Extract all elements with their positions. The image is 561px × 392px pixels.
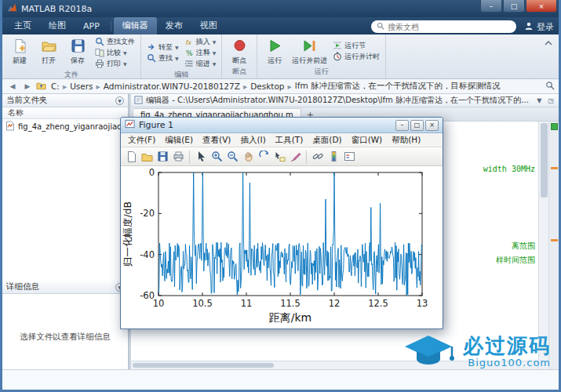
no-errors-indicator[interactable]: [551, 123, 558, 130]
save-button[interactable]: 保存: [64, 37, 91, 69]
figure-close-button[interactable]: ×: [425, 120, 439, 131]
svg-text:12: 12: [329, 298, 341, 309]
mfile-icon: [5, 121, 15, 132]
save-label: 保存: [71, 56, 85, 66]
forward-button[interactable]: ▶: [21, 81, 34, 93]
fig-menu-desktop[interactable]: 桌面(D): [308, 135, 346, 146]
print-icon[interactable]: [171, 150, 185, 164]
breadcrumb-item[interactable]: Users: [70, 82, 104, 91]
doc-search-input[interactable]: [388, 23, 511, 31]
matlab-window: MATLAB R2018a – □ × 主页 绘图 APP 编辑器 发布 视图 …: [0, 0, 561, 392]
brush-icon[interactable]: [288, 150, 302, 164]
ribbon-group-run: 运行 运行并前进 运行节 运行并计时 运行: [257, 34, 386, 78]
maximize-button[interactable]: □: [503, 0, 525, 13]
legend-icon[interactable]: [342, 150, 356, 164]
code-comment: width 30MHz: [483, 165, 535, 173]
fig-menu-view[interactable]: 查看(V): [198, 135, 235, 146]
run-icon: [268, 38, 282, 55]
svg-text:归一化幅度/dB: 归一化幅度/dB: [122, 201, 133, 267]
file-item[interactable]: fig_4a_zheng_yiganraojiao...: [2, 119, 128, 134]
fig-menu-tools[interactable]: 工具(T): [271, 135, 308, 146]
window-titlebar[interactable]: MATLAB R2018a – □ ×: [2, 0, 559, 17]
breadcrumb-item[interactable]: C:: [51, 82, 70, 91]
collapse-ribbon-button[interactable]: [538, 34, 559, 78]
print-button[interactable]: 打印 ▼: [93, 59, 137, 69]
datatip-icon[interactable]: [272, 150, 286, 164]
find-button[interactable]: 查找 ▼: [145, 53, 180, 64]
new-script-button[interactable]: 新建: [6, 37, 33, 69]
tab-apps[interactable]: APP: [75, 19, 108, 34]
zoom-out-icon[interactable]: [225, 150, 239, 164]
scrollbar-thumb[interactable]: [133, 363, 274, 368]
code-comment: 离范围: [512, 241, 535, 252]
close-button[interactable]: ×: [526, 0, 557, 13]
open-button[interactable]: 打开: [35, 37, 62, 69]
figure-minimize-button[interactable]: –: [395, 120, 409, 131]
fig-menu-help[interactable]: 帮助(H): [387, 135, 425, 146]
watermark-site: Biguo100.com: [463, 357, 551, 368]
tab-view[interactable]: 视图: [191, 17, 226, 34]
find-files-button[interactable]: 查找文件: [93, 37, 137, 47]
login-button[interactable]: 登录: [524, 21, 554, 33]
run-advance-icon: [302, 38, 317, 55]
new-script-label: 新建: [13, 56, 27, 66]
panel-menu-button[interactable]: ▼: [115, 96, 124, 105]
undock-icon[interactable]: ◳: [546, 97, 556, 104]
name-column-header[interactable]: 名称: [2, 107, 128, 119]
breadcrumb-item[interactable]: Administrator.WIN7U-20180127Z: [104, 82, 250, 91]
ribbon-group-edit: 转至 ▼ 查找 ▼ fx 插入 ▼ %: [141, 34, 222, 78]
tab-home[interactable]: 主页: [5, 17, 40, 34]
minimize-button[interactable]: –: [480, 0, 502, 13]
details-title: 详细信息: [6, 281, 39, 292]
new-figure-icon[interactable]: [124, 150, 138, 164]
back-button[interactable]: ◀: [6, 81, 19, 93]
link-plot-icon[interactable]: [311, 150, 325, 164]
svg-text:12.5: 12.5: [368, 298, 388, 309]
breadcrumb-item[interactable]: lfm 脉冲压缩雷达，在一个干扰情况下的，目标探测情况: [295, 81, 501, 92]
save-icon[interactable]: [155, 150, 169, 164]
run-section-label: 运行节: [344, 41, 366, 51]
warning-marker[interactable]: [551, 167, 558, 169]
file-list: fig_4a_zheng_yiganraojiao...: [2, 119, 128, 281]
insert-button[interactable]: fx 插入 ▼: [183, 37, 218, 47]
breakpoints-button[interactable]: 断点: [226, 37, 253, 66]
warning-marker[interactable]: [551, 239, 558, 241]
doc-search-box[interactable]: [371, 20, 516, 33]
figure-titlebar[interactable]: Figure 1 – □ ×: [121, 118, 443, 133]
fig-menu-edit[interactable]: 编辑(E): [160, 135, 198, 146]
tab-publish[interactable]: 发布: [157, 17, 191, 34]
fig-menu-insert[interactable]: 插入(I): [235, 135, 270, 146]
file-name: fig_4a_zheng_yiganraojiao...: [18, 122, 128, 131]
folder-up-icon[interactable]: [36, 81, 46, 93]
rotate-3d-icon[interactable]: [257, 150, 271, 164]
goto-button[interactable]: 转至 ▼: [145, 42, 180, 53]
run-section-button[interactable]: 运行节: [331, 41, 381, 51]
fig-menu-window[interactable]: 窗口(W): [347, 135, 388, 146]
tab-divider: [111, 21, 111, 31]
breadcrumb-item[interactable]: Desktop: [250, 82, 295, 91]
comment-button[interactable]: % 注释 ▼: [183, 48, 218, 58]
indent-label: 缩进: [196, 59, 210, 69]
tab-plots[interactable]: 绘图: [40, 17, 75, 34]
pan-hand-icon[interactable]: [241, 150, 255, 164]
fig-menu-file[interactable]: 文件(F): [123, 135, 160, 146]
svg-text:11.5: 11.5: [280, 298, 301, 309]
indent-button[interactable]: 缩进 ▼: [183, 59, 218, 69]
chevron-down-icon[interactable]: ▼: [535, 97, 543, 104]
run-button[interactable]: 运行: [261, 37, 288, 66]
figure-icon: [125, 119, 135, 131]
run-advance-button[interactable]: 运行并前进: [290, 37, 329, 66]
address-bar: ◀ ▶ C: Users Administrator.WIN7U-2018012…: [2, 79, 559, 94]
tab-editor[interactable]: 编辑器: [114, 17, 157, 34]
colorbar-icon[interactable]: [326, 150, 341, 164]
run-section-icon: [333, 41, 342, 52]
open-icon[interactable]: [140, 150, 154, 164]
compare-button[interactable]: 比较 ▼: [93, 48, 137, 58]
zoom-in-icon[interactable]: [209, 150, 224, 164]
scrollbar-thumb[interactable]: [541, 123, 548, 198]
edit-plot-cursor-icon[interactable]: [194, 150, 208, 164]
goto-icon: [147, 42, 156, 53]
run-time-button[interactable]: 运行并计时: [331, 52, 381, 62]
figure-maximize-button[interactable]: □: [410, 120, 424, 131]
folder-search-button[interactable]: [545, 81, 555, 93]
